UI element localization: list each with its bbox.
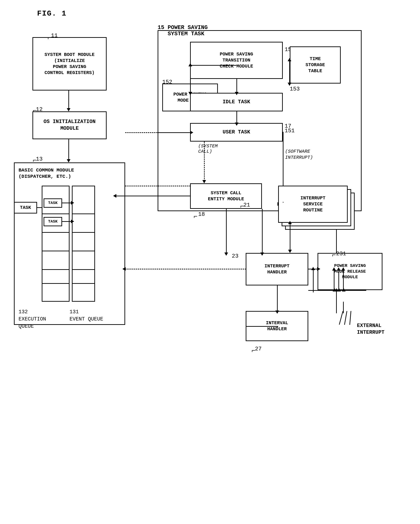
ext-int-line2 (344, 311, 347, 325)
ref-131-event-queue: 131EVENT QUEUE (69, 309, 103, 323)
arrowhead-ts-down (288, 83, 291, 86)
ext-int-line3 (349, 311, 351, 325)
h-connector-flag-transition (190, 65, 236, 66)
arrowhead-flag-down (188, 92, 192, 95)
ref-152: 152 (162, 79, 172, 85)
arrow-intv-left-up-h (246, 326, 278, 327)
arrowhead-bcm-to-user (190, 131, 193, 134)
task-box-1: TASK (43, 198, 62, 208)
arrow-pss-left (158, 132, 191, 133)
system-boot-module-box: SYSTEM BOOT MODULE(INITIALIZEPOWER SAVIN… (33, 37, 107, 90)
arrow-ih-down-to-intv (277, 285, 278, 311)
xq-div2 (42, 232, 69, 233)
arrow-flag-to-transition (190, 65, 191, 84)
arrow-flag-to-idle-h (190, 93, 191, 94)
dashed-ih-to-bcm (125, 269, 246, 270)
arrowhead-ih-to-bcm (122, 267, 126, 271)
arrow-si-h-to-isr (283, 132, 284, 186)
arrowhead-boot-to-os (67, 108, 70, 111)
arrow-boot-to-os (68, 90, 69, 109)
v-line-ext2 (338, 269, 339, 290)
arrowhead-ext-up3 (342, 288, 346, 291)
external-interrupt-label: EXTERNALINTERRUPT (357, 323, 385, 336)
system-call-label: (SYSTEMCALL) (198, 143, 218, 154)
ref-18: 18 (198, 211, 205, 218)
ref-231-bracket: ⌐ (332, 252, 336, 259)
ref-153: 153 (290, 86, 300, 92)
arrowhead-v3 (341, 267, 345, 271)
arrow-task2-to-eq (62, 221, 72, 222)
xq-div3 (42, 251, 69, 251)
task-external-box: TASK (14, 202, 37, 213)
arrow-ts-vertical (289, 60, 290, 84)
eq-div1 (72, 213, 95, 214)
arrowhead-v2 (337, 267, 341, 271)
arrowhead-ext-up1 (333, 288, 336, 291)
eq-div2 (72, 232, 95, 233)
ref-21: 21 (243, 202, 250, 208)
h-line-ext1 (308, 290, 366, 291)
arrowhead-flag-to-transition (188, 63, 192, 66)
task-box-2: TASK (43, 217, 62, 226)
arrowhead-transition-down (235, 92, 238, 95)
user-task-box: USER TASK (190, 123, 283, 141)
arrow-si-to-isr (283, 202, 284, 203)
arrowhead-ih-to-intv (275, 311, 279, 314)
arrowhead-task2-to-eq (71, 219, 74, 223)
ref-15-label: 15 POWER SAVING SYSTEM TASK (158, 24, 208, 37)
arrowhead-sce-down (224, 253, 228, 256)
arrow-task1-to-eq (62, 203, 72, 203)
xq-div5 (42, 283, 69, 284)
isr-main-box: INTERRUPTSERVICEROUTINE (278, 186, 348, 223)
ref-27-bracket: ⌐ (252, 347, 255, 354)
os-initialization-box: OS INITIALIZATIONMODULE (33, 111, 107, 139)
arrow-os-to-basic (68, 139, 69, 160)
v-line-ext1 (334, 269, 335, 290)
arrow-isr-to-ih (290, 223, 290, 251)
arrow-flag-down (190, 84, 191, 93)
arrowhead-task1-to-eq (71, 201, 74, 205)
arrowhead-ext-to-isr (311, 267, 315, 270)
power-saving-release-box: POWER SAVINGMODE RELEASEMODULE (318, 253, 382, 290)
arrowhead-system-call (202, 180, 206, 183)
ref-27: 27 (255, 346, 262, 352)
ref-23: 23 (232, 253, 238, 259)
ref-17: 17 (285, 123, 291, 129)
arrow-sce-to-bcm (116, 196, 191, 196)
arrowhead-ts-up (288, 58, 291, 61)
dashed-system-call-line (204, 141, 205, 181)
basic-common-outer-box (14, 162, 125, 325)
ext-int-line1 (339, 311, 343, 325)
arrow-psr-to-ih-h (336, 290, 337, 313)
arrow-sce-down (226, 209, 227, 253)
arrow-from-sce-down-to-ih (262, 209, 263, 253)
figure-title: FIG. 1 (37, 9, 67, 18)
arrowhead-idle-to-user (235, 122, 238, 126)
time-storage-box: TIMESTORAGETABLE (290, 46, 341, 84)
eq-div5 (72, 283, 95, 284)
ref-18-bracket: ⌐ (193, 213, 197, 220)
arrowhead-sce-down-to-ih (260, 253, 264, 256)
arrowhead-os-to-basic (67, 159, 70, 162)
interrupt-handler-box: INTERRUPTHANDLER (246, 253, 308, 285)
eq-div3 (72, 251, 95, 251)
ref-13: 13 (36, 156, 43, 162)
ref-11-bracket: ⌐ (48, 34, 51, 42)
ref-11: 11 (51, 33, 58, 39)
xq-div1 (42, 213, 69, 214)
dashed-bcm-to-sce (125, 186, 191, 186)
idle-task-box: IDLE TASK (190, 93, 283, 111)
arrow-idle-to-user (236, 111, 237, 123)
arrowhead-ext-up2 (337, 288, 341, 291)
arrowhead-sce-to-bcm (113, 194, 116, 198)
arrow-ext-to-isr (313, 269, 314, 292)
xq-div4 (42, 269, 69, 270)
arrowhead-v1 (332, 267, 336, 271)
power-saving-transition-box: POWER SAVINGTRANSITIONCHECK MODULE (190, 42, 283, 79)
ref-132-execution-queue: 132EXECUTIONQUEUE (18, 309, 46, 330)
arrow-interval-to-ih-vert (343, 302, 344, 313)
eq-div4 (72, 269, 95, 270)
ref-21-bracket: ⌐ (240, 203, 244, 210)
system-call-entity-box: SYSTEM CALLENTITY MODULE (190, 183, 262, 209)
diagram-container: FIG. 1 SYSTEM BOOT MODULE(INITIALIZEPOWE… (0, 0, 420, 524)
